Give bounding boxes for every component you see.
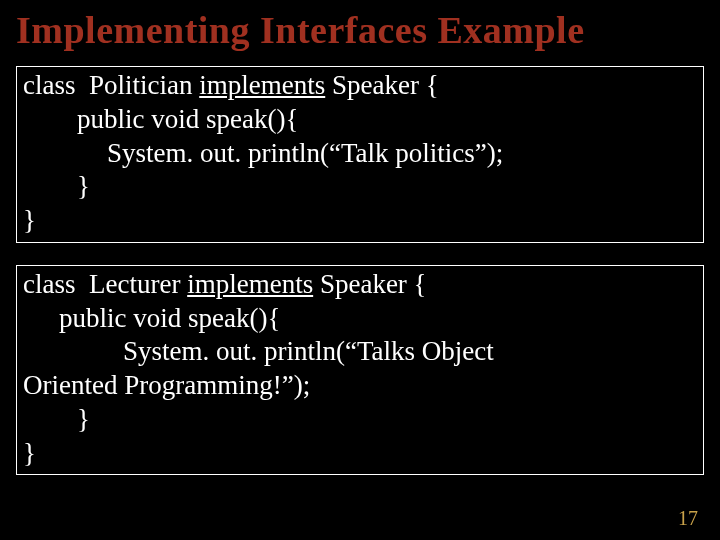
code-line: public void speak(){ [23, 103, 697, 137]
code-text: Speaker { [313, 269, 426, 299]
code-line: } [23, 170, 697, 204]
code-line: System. out. println(“Talks Object [23, 335, 697, 369]
code-box-2: class Lecturer implements Speaker { publ… [16, 265, 704, 476]
code-line: } [23, 437, 697, 471]
code-line: } [23, 403, 697, 437]
slide-title: Implementing Interfaces Example [16, 8, 704, 52]
code-text: class Lecturer [23, 269, 187, 299]
code-line: class Politician implements Speaker { [23, 69, 697, 103]
code-text: Speaker { [325, 70, 438, 100]
code-text: class Politician [23, 70, 199, 100]
code-line: Oriented Programming!”); [23, 369, 697, 403]
code-line: public void speak(){ [23, 302, 697, 336]
code-box-1: class Politician implements Speaker { pu… [16, 66, 704, 243]
code-line: System. out. println(“Talk politics”); [23, 137, 697, 171]
keyword-implements: implements [187, 269, 313, 299]
keyword-implements: implements [199, 70, 325, 100]
page-number: 17 [678, 507, 698, 530]
slide: Implementing Interfaces Example class Po… [0, 0, 720, 475]
code-line: class Lecturer implements Speaker { [23, 268, 697, 302]
code-line: } [23, 204, 697, 238]
